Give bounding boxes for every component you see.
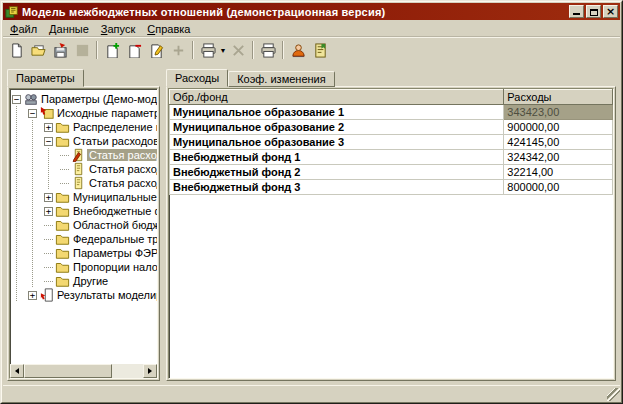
scroll-right-button[interactable]	[143, 364, 157, 378]
collapse-icon[interactable]: −	[12, 95, 21, 104]
scroll-right-icon	[148, 368, 152, 374]
tree-item[interactable]: Статья расходов	[12, 148, 156, 162]
cell-entity-name[interactable]: Внебюджетный фонд 1	[170, 150, 504, 165]
cell-expense-value[interactable]: 343423,00	[504, 105, 613, 120]
table-row[interactable]: Муниципальное образование 1343423,00	[170, 105, 613, 120]
tree-item[interactable]: −Статьи расходов	[12, 134, 156, 148]
new-document-icon[interactable]	[5, 39, 27, 61]
folder-icon	[54, 190, 71, 204]
collapse-icon[interactable]: −	[28, 109, 37, 118]
expand-icon[interactable]: +	[44, 193, 53, 202]
close-button[interactable]: ×	[603, 5, 618, 18]
collapse-icon[interactable]: −	[44, 137, 53, 146]
tree-item-label: Другие	[71, 275, 110, 287]
help-book-icon[interactable]	[309, 39, 331, 61]
user-info-icon[interactable]	[287, 39, 309, 61]
expand-icon[interactable]: +	[44, 123, 53, 132]
maximize-button[interactable]	[586, 5, 601, 18]
tree-item[interactable]: +Результаты моделирован	[12, 288, 156, 302]
tree-item[interactable]: Статья расходов 3	[12, 176, 156, 190]
tree-item[interactable]: −Параметры (Демо-модель-2.	[12, 92, 156, 106]
cell-entity-name[interactable]: Внебюджетный фонд 2	[170, 165, 504, 180]
expand-icon[interactable]: +	[44, 207, 53, 216]
scroll-thumb[interactable]	[24, 364, 112, 378]
tree-indent-guide	[28, 260, 44, 274]
dropdown-arrow-icon[interactable]: ▼	[219, 39, 227, 61]
input-params-icon	[38, 106, 55, 120]
maximize-icon	[590, 9, 598, 16]
tree-indent-guide	[28, 190, 44, 204]
tree-indent-guide	[12, 246, 28, 260]
cell-expense-value[interactable]: 900000,00	[504, 120, 613, 135]
menu-item-run[interactable]: Запуск	[95, 22, 141, 36]
cell-entity-name[interactable]: Муниципальное образование 1	[170, 105, 504, 120]
tree-connector	[44, 218, 54, 232]
tab-expenses[interactable]: Расходы	[166, 69, 228, 87]
tree-indent-guide	[12, 204, 28, 218]
tab-coefficients[interactable]: Коэф. изменения	[228, 71, 335, 87]
tree-item[interactable]: Пропорции налогов	[12, 260, 156, 274]
cell-expense-value[interactable]: 800000,00	[504, 180, 613, 195]
tree-item[interactable]: Другие	[12, 274, 156, 288]
table-row[interactable]: Муниципальное образование 2900000,00	[170, 120, 613, 135]
table-row[interactable]: Внебюджетный фонд 1324342,00	[170, 150, 613, 165]
tree-indent-guide	[44, 148, 60, 162]
menu-accel: Д	[49, 23, 56, 35]
menu-item-data[interactable]: Данные	[43, 22, 95, 36]
tree-item[interactable]: +Внебюджетные фонд	[12, 204, 156, 218]
tree-item-label: Параметры (Демо-модель-2.	[39, 93, 157, 105]
cell-expense-value[interactable]: 324342,00	[504, 150, 613, 165]
expand-icon[interactable]: +	[28, 291, 37, 300]
scroll-left-button[interactable]	[10, 364, 24, 378]
tree-item[interactable]: Статья расходов 2	[12, 162, 156, 176]
table-row[interactable]: Внебюджетный фонд 232214,00	[170, 165, 613, 180]
menu-bar: ФайлДанныеЗапускСправка	[3, 20, 620, 36]
tree-view: −Параметры (Демо-модель-2.−Исходные пара…	[9, 88, 158, 379]
tree-indent-guide	[28, 274, 44, 288]
cell-entity-name[interactable]: Муниципальное образование 2	[170, 120, 504, 135]
tree-item-label: Статья расходов 2	[87, 163, 157, 175]
cell-entity-name[interactable]: Муниципальное образование 3	[170, 135, 504, 150]
print-icon[interactable]	[257, 39, 279, 61]
expenses-page: Обр./фондРасходыМуниципальное образовани…	[166, 86, 616, 381]
cell-expense-value[interactable]: 424145,00	[504, 135, 613, 150]
open-model-icon[interactable]	[27, 39, 49, 61]
table-row[interactable]: Муниципальное образование 3424145,00	[170, 135, 613, 150]
resize-grip[interactable]	[607, 388, 620, 401]
add-record-icon[interactable]	[101, 39, 123, 61]
tab-parameters[interactable]: Параметры	[7, 69, 84, 87]
tree-item[interactable]: −Исходные параметры	[12, 106, 156, 120]
model-icon	[22, 92, 39, 106]
tree-indent-guide	[12, 120, 28, 134]
tree-item[interactable]: +Распределение налог	[12, 120, 156, 134]
tree-item-label: Распределение налог	[71, 121, 157, 133]
tree-item-label: Статьи расходов	[71, 135, 157, 147]
tree-item[interactable]: +Муниципальные обра	[12, 190, 156, 204]
edit-record-icon[interactable]	[145, 39, 167, 61]
tree-item[interactable]: Областной бюджет	[12, 218, 156, 232]
cell-expense-value[interactable]: 32214,00	[504, 165, 613, 180]
menu-accel: Ф	[10, 23, 18, 35]
delete-record-icon[interactable]	[123, 39, 145, 61]
data-panel: РасходыКоэф. изменения Обр./фондРасходыМ…	[166, 68, 616, 381]
folder-icon	[54, 260, 71, 274]
tree-connector	[60, 176, 70, 190]
tree-horizontal-scrollbar[interactable]	[10, 364, 157, 378]
print-preview-icon[interactable]	[197, 39, 219, 61]
parameters-page: −Параметры (Демо-модель-2.−Исходные пара…	[7, 86, 160, 381]
parameters-panel: Параметры −Параметры (Демо-модель-2.−Исх…	[7, 68, 160, 381]
minimize-button[interactable]	[569, 5, 584, 18]
folder-icon	[54, 218, 71, 232]
tree-indent-guide	[12, 134, 28, 148]
menu-item-help[interactable]: Справка	[141, 22, 196, 36]
tree-item[interactable]: Федеральные трансф	[12, 232, 156, 246]
menu-item-file[interactable]: Файл	[4, 22, 43, 36]
cell-entity-name[interactable]: Внебюджетный фонд 3	[170, 180, 504, 195]
table-row[interactable]: Внебюджетный фонд 3800000,00	[170, 180, 613, 195]
tree-indent-guide	[44, 162, 60, 176]
tree-indent-guide	[28, 120, 44, 134]
save-model-icon[interactable]	[49, 39, 71, 61]
scroll-track[interactable]	[24, 364, 143, 378]
tree-indent-guide	[28, 218, 44, 232]
tree-item[interactable]: Параметры ФЭР	[12, 246, 156, 260]
